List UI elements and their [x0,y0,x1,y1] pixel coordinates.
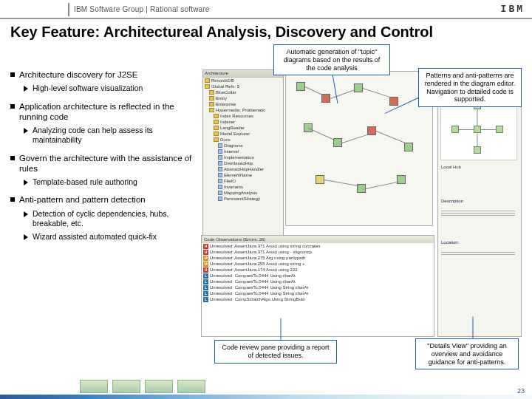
java-file-icon [218,185,222,189]
severity-badge: L [203,285,208,290]
diagram-edge [376,131,406,143]
issue-text: Unresolved: AssertJava.371 Avoid using -… [210,250,312,254]
diagram-edge [363,88,391,98]
folder-icon [205,84,210,89]
java-file-icon [218,173,222,177]
issue-row[interactable]: HUnresolved: AssertJava.371 Avoid using … [202,243,434,249]
diagram-edge [308,128,335,140]
folder-icon [214,132,219,136]
callout-leader [281,318,282,341]
mini-edge [459,129,474,130]
diagram-node [316,175,324,184]
folder-icon [205,78,210,83]
tree-item-label: Hypermedia: Problematic [216,108,265,112]
folder-icon [214,114,219,118]
mini-edge [477,134,478,147]
tree-item[interactable]: AbstractHttpHandler [203,166,283,172]
footer-image [145,380,173,393]
tree-item[interactable]: Index Resources [203,113,283,119]
issues-header: Code Observations (Errors: 26) [202,236,434,243]
tree-item-label: Model Explorer [220,132,250,136]
subbullet-icon [24,211,28,217]
diagram-node [296,82,305,91]
tree-item[interactable]: Model Explorer [203,131,283,137]
tree-item[interactable]: ElementName [203,172,283,178]
mini-graph-node [474,126,481,133]
tree-item-label: Index Resources [220,114,253,118]
severity-badge: M [203,256,208,261]
issue-text: Unresolved: CompareTo.0444 Using String … [210,291,308,296]
tree-item[interactable]: Invariants [203,184,283,190]
tree-item[interactable]: BlueCollar [203,89,283,95]
tree-item-label: LangReader [220,126,245,130]
java-file-icon [218,179,222,183]
diagram-node [397,175,406,184]
issue-row[interactable]: HUnresolved: AssertJava.174 Avoid using … [202,267,434,273]
header-divider [68,3,69,16]
tree-item[interactable]: Global Refs: 5 [203,83,283,89]
tree-item-label: Implementation [224,155,254,160]
diagram-edge [366,181,399,189]
tree-item-label: Diagrams [224,143,243,148]
tree-item[interactable]: FileIO [203,178,283,184]
issue-row[interactable]: MUnresolved: AssertJava.255 Avoid using … [202,261,434,267]
mini-graph-node [451,126,459,133]
diagram-edge [324,180,359,186]
folder-icon [214,120,219,124]
issue-row[interactable]: LUnresolved: CompareTo.0444 Using charAt [202,273,434,279]
subbullet-text: Analyzing code can help assess its maint… [33,126,197,145]
subbullet-text: High-level software visualization [33,83,143,93]
callout-code-review: Code review pane providing a report of d… [214,340,337,364]
issue-text: Unresolved: CompScratchAlgo Using String… [210,297,304,301]
bullet-item: Govern the architecture with the assista… [10,153,197,188]
bullet-text: Application architecture is reflected in… [19,101,197,123]
issue-row[interactable]: HUnresolved: AssertJava.371 Avoid using … [202,249,434,255]
tree-item-label: Internal [224,149,239,154]
tree-item[interactable]: RecordsDB [203,78,283,83]
subbullet-icon [24,86,28,92]
subbullet-text: Wizard assisted automated quick-fix [33,232,157,242]
issue-row[interactable]: LUnresolved: CompareTo.0444 Using charAt [202,279,434,284]
mini-edge [477,110,478,126]
issue-row[interactable]: LUnresolved: CompScratchAlgo Using Strin… [202,296,434,302]
issue-row[interactable]: MUnresolved: AssertJava.275 Arg using pa… [202,255,434,261]
tree-item[interactable]: Diagrams [203,143,283,149]
header-text: IBM Software Group | Rational software [74,5,210,13]
subbullet-icon [24,128,28,134]
tree-item[interactable]: Hypermedia: Problematic [203,107,283,113]
issue-row[interactable]: LUnresolved: CompareTo.0444 Using String… [202,290,434,296]
issue-text: Unresolved: CompareTo.0444 Using charAt [210,279,296,284]
callout-leader [473,317,474,339]
details-label: Location: [441,240,459,246]
slide-content: Architecture discovery for J2SE High-lev… [0,69,532,387]
issue-row[interactable]: LUnresolved: CompareTo.0444 Using String… [202,284,434,290]
footer-image [80,380,108,393]
bullet-item: Application architecture is reflected in… [10,101,197,146]
tree-item-label: Entity [216,96,227,100]
tree-item[interactable]: LangReader [203,125,283,131]
tree-item[interactable]: DistributedHttp [203,160,283,166]
tree-item[interactable]: Enterprise [203,101,283,107]
java-file-icon [218,143,222,148]
severity-badge: H [203,267,208,273]
tree-item-label: ElementName [224,173,252,177]
issue-text: Unresolved: AssertJava.275 Arg using par… [210,256,305,260]
diagram-edge [305,86,326,97]
tree-item[interactable]: Indexer [203,119,283,125]
folder-icon [214,126,219,130]
tree-item-label: RecordsDB [211,78,234,83]
bullet-icon [10,104,15,109]
tree-item-label: MappingAnalysis [224,191,257,195]
slide-header: IBM Software Group | Rational software I… [0,0,532,19]
tree-item[interactable]: Docs [203,137,283,143]
tree-item[interactable]: PersistentStrategy [203,196,283,202]
tree-item[interactable]: Implementation [203,154,283,160]
folder-icon [209,90,214,95]
tree-item[interactable]: Internal [203,149,283,154]
subbullet-text: Detection of cyclic dependencies, hubs, … [33,209,197,228]
tree-item[interactable]: MappingAnalysis [203,190,283,196]
tree-item[interactable]: Entity [203,95,283,101]
details-label: Local Hub [441,165,461,171]
code-review-pane: Code Observations (Errors: 26) HUnresolv… [201,235,434,337]
diagram-edge [330,89,355,99]
